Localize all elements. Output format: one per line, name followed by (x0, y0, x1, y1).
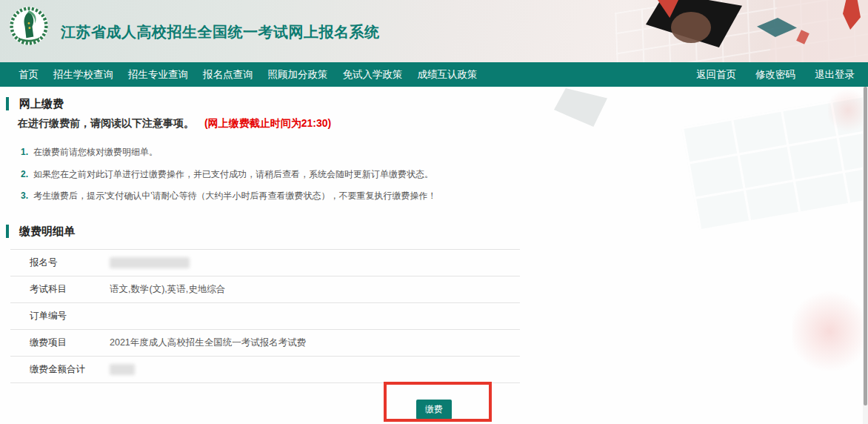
payment-detail-table: 报名号 考试科目 语文,数学(文),英语,史地综合 订单编号 缴费项目 2021… (10, 249, 520, 383)
notice-text: 考生缴费后，提示'支付确认中'请耐心等待（大约半小时后再查看缴费状态），不要重复… (33, 191, 437, 201)
table-row-exam-subjects: 考试科目 语文,数学(文),英语,史地综合 (10, 276, 520, 303)
main-nav: 首页 招生学校查询 招生专业查询 报名点查询 照顾加分政策 免试入学政策 成绩互… (0, 62, 868, 87)
row-value (110, 364, 520, 375)
nav-item-school-query[interactable]: 招生学校查询 (53, 68, 113, 82)
notice-item-3: 3.考生缴费后，提示'支付确认中'请耐心等待（大约半小时后再查看缴费状态），不要… (21, 190, 437, 202)
table-row-total-amount: 缴费金额合计 (10, 357, 520, 383)
redacted-value (110, 364, 135, 375)
notice-text: 在缴费前请您核对缴费明细单。 (33, 147, 158, 157)
pay-button[interactable]: 缴费 (416, 400, 452, 420)
notice-number: 3. (21, 191, 28, 201)
faint-cap-image (554, 88, 607, 127)
redacted-value (110, 257, 190, 268)
nav-left-group: 首页 招生学校查询 招生专业查询 报名点查询 照顾加分政策 免试入学政策 成绩互… (0, 68, 478, 82)
nav-change-password[interactable]: 修改密码 (755, 68, 795, 82)
site-header: 江苏省成人高校招生全国统一考试网上报名系统 (0, 0, 868, 62)
page-title: 江苏省成人高校招生全国统一考试网上报名系统 (61, 22, 380, 42)
table-row-payment-item: 缴费项目 2021年度成人高校招生全国统一考试报名考试费 (10, 330, 520, 357)
faint-flower-image (792, 287, 867, 376)
graduate-head-image (671, 12, 711, 43)
nav-right-group: 返回首页 修改密码 退出登录 (696, 68, 868, 82)
deadline-warning: (网上缴费截止时间为21:30) (204, 117, 331, 129)
payment-intro-line: 在进行缴费前，请阅读以下注意事项。(网上缴费截止时间为21:30) (18, 117, 331, 130)
nav-item-major-query[interactable]: 招生专业查询 (128, 68, 188, 82)
nav-return-home[interactable]: 返回首页 (696, 68, 736, 82)
row-label: 缴费金额合计 (30, 363, 110, 376)
row-label: 订单编号 (30, 310, 110, 322)
notice-number: 1. (21, 147, 28, 157)
notice-text: 如果您在之前对此订单进行过缴费操作，并已支付成功，请稍后查看，系统会随时更新订单… (33, 169, 433, 179)
nav-item-exemption-policy[interactable]: 免试入学政策 (343, 68, 403, 82)
row-label: 考试科目 (30, 283, 110, 296)
nav-item-home[interactable]: 首页 (19, 68, 39, 82)
page: 江苏省成人高校招生全国统一考试网上报名系统 首页 招生学校查询 招生专业查询 报… (0, 0, 868, 424)
section-title-payment-detail: 缴费明细单 (6, 225, 75, 238)
row-value: 语文,数学(文),英语,史地综合 (110, 283, 520, 296)
notice-item-1: 1.在缴费前请您核对缴费明细单。 (21, 146, 158, 159)
notice-item-2: 2.如果您在之前对此订单进行过缴费操作，并已支付成功，请稍后查看，系统会随时更新… (21, 168, 433, 181)
site-logo-icon (9, 6, 49, 46)
table-row-registration-number: 报名号 (10, 250, 520, 276)
section-title-online-payment: 网上缴费 (6, 97, 64, 110)
table-row-order-number: 订单编号 (10, 303, 520, 330)
notice-number: 2. (21, 169, 28, 179)
faint-flower-image (828, 87, 868, 134)
row-label: 报名号 (30, 256, 110, 269)
scrollbar-thumb[interactable] (864, 87, 867, 405)
nav-item-score-recognition-policy[interactable]: 成绩互认政策 (418, 68, 478, 82)
nav-item-bonus-point-policy[interactable]: 照顾加分政策 (268, 68, 328, 82)
row-label: 缴费项目 (30, 337, 110, 349)
scrollbar (863, 87, 868, 424)
intro-text: 在进行缴费前，请阅读以下注意事项。 (18, 117, 194, 129)
nav-item-registration-site-query[interactable]: 报名点查询 (203, 68, 253, 82)
nav-logout[interactable]: 退出登录 (815, 68, 855, 82)
row-value: 2021年度成人高校招生全国统一考试报名考试费 (110, 337, 520, 349)
row-value (110, 257, 520, 268)
